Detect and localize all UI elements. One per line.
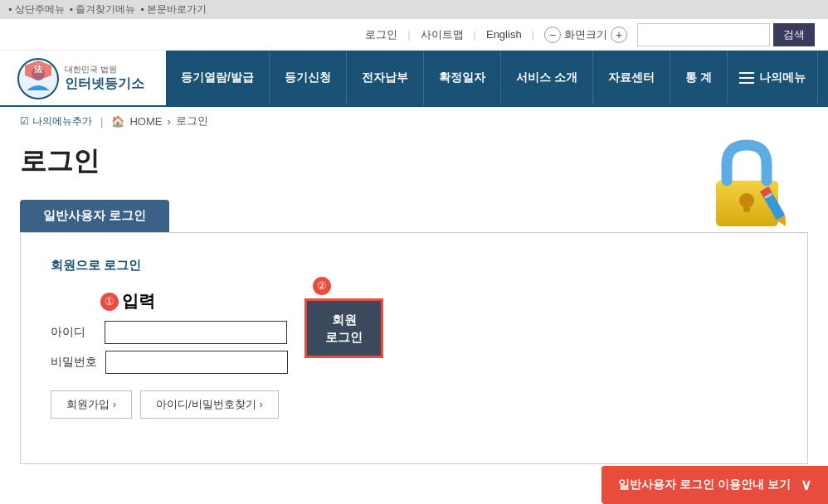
nav-item-registry-apply[interactable]: 등기신청	[270, 51, 347, 105]
form-area: 아이디 비밀번호	[51, 321, 288, 374]
skip-fav-menu[interactable]: 즐겨찾기메뉴	[70, 2, 136, 17]
nav-item-resources[interactable]: 자료센터	[593, 51, 670, 105]
logo-svg: 法	[17, 57, 60, 100]
skip-main-menu[interactable]: 상단주메뉴	[8, 2, 65, 17]
header: 法 대한민국 법원 인터넷등기소 등기열람/발급 등기신청 전자납부 확정일자 …	[0, 51, 828, 107]
find-label: 아이디/비밀번호찾기	[156, 397, 256, 412]
step1-annotation: ① 입력	[100, 290, 288, 313]
breadcrumb: ☑ 나의메뉴추가 | 🏠 HOME › 로그인	[0, 107, 828, 135]
my-menu-label: 나의메뉴	[759, 70, 806, 85]
main-nav: 등기열람/발급 등기신청 전자납부 확정일자 서비스 소개 자료센터 통 계 나…	[166, 51, 828, 105]
svg-rect-7	[743, 201, 750, 212]
login-card: 회원으로 로그인 ① 입력 아이디 비밀번호	[20, 232, 808, 464]
content-main: 로그인 일반사용자 로그인 회원으로 로그인 ① 입력 아이디	[20, 135, 808, 464]
add-menu-label: 나의메뉴추가	[32, 114, 92, 128]
signup-arrow-icon: ›	[113, 399, 116, 410]
chevron-down-icon: ∨	[801, 476, 811, 484]
nav-item-my-menu[interactable]: 나의메뉴	[728, 51, 818, 105]
step1-circle: ①	[100, 293, 119, 311]
zoom-minus-button[interactable]: −	[544, 27, 561, 43]
lock-icon-area	[704, 135, 803, 237]
lock-icon	[704, 135, 803, 235]
home-link[interactable]: HOME	[129, 115, 162, 128]
checkbox-icon: ☑	[20, 115, 29, 127]
add-my-menu[interactable]: ☑ 나의메뉴추가	[20, 114, 92, 128]
member-login-label: 회원으로 로그인	[51, 258, 777, 274]
zoom-controls: − 화면크기 +	[544, 27, 627, 43]
find-account-button[interactable]: 아이디/비밀번호찾기 ›	[140, 390, 279, 419]
svg-text:法: 法	[34, 65, 43, 74]
english-link[interactable]: English	[486, 28, 522, 41]
zoom-label: 화면크기	[564, 27, 607, 42]
nav-item-service[interactable]: 서비스 소개	[501, 51, 593, 105]
nav-item-date[interactable]: 확정일자	[424, 51, 501, 105]
search-button[interactable]: 검색	[773, 23, 815, 46]
sub-buttons: 회원가입 › 아이디/비밀번호찾기 ›	[51, 390, 777, 419]
current-page-breadcrumb: 로그인	[176, 114, 208, 128]
login-btn-line1: 회원	[332, 311, 357, 328]
nav-item-epayment[interactable]: 전자납부	[347, 51, 424, 105]
bottom-notice-label: 일반사용자 로그인 이용안내 보기	[618, 477, 791, 484]
page-title: 로그인	[20, 143, 808, 180]
find-arrow-icon: ›	[260, 399, 263, 410]
member-login-button[interactable]: 회원 로그인	[304, 298, 383, 358]
pw-input[interactable]	[105, 351, 288, 374]
zoom-plus-button[interactable]: +	[611, 27, 627, 43]
nav-item-registry-view[interactable]: 등기열람/발급	[166, 51, 270, 105]
id-field-row: 아이디	[51, 321, 288, 344]
skip-nav: 상단주메뉴 즐겨찾기메뉴 본문바로가기	[0, 0, 828, 19]
pw-field-row: 비밀번호	[51, 351, 288, 374]
id-label: 아이디	[51, 325, 96, 340]
nav-item-stats[interactable]: 통 계	[670, 51, 728, 105]
step1-section: ① 입력 아이디 비밀번호	[51, 290, 288, 374]
logo-text: 대한민국 법원 인터넷등기소	[65, 64, 144, 93]
logo-icon: 法	[17, 57, 58, 99]
skip-content[interactable]: 본문바로가기	[140, 2, 207, 17]
step1-text: 입력	[122, 290, 155, 313]
home-icon: 🏠	[111, 115, 124, 128]
search-area: 검색	[637, 23, 815, 46]
page-content: 로그인 일반사용자 로그인 회원으로 로그인 ① 입력 아이디	[0, 135, 828, 484]
logo-main: 인터넷등기소	[65, 75, 144, 93]
tab-general-user[interactable]: 일반사용자 로그인	[20, 200, 169, 232]
logo-area: 法 대한민국 법원 인터넷등기소	[0, 51, 166, 105]
step2-circle: ②	[313, 277, 331, 295]
hamburger-icon	[739, 72, 754, 84]
logo-sub: 대한민국 법원	[65, 64, 144, 75]
pw-label: 비밀번호	[51, 355, 97, 370]
login-btn-line2: 로그인	[325, 328, 363, 346]
id-input[interactable]	[105, 321, 287, 344]
step2-section: ② 회원 로그인	[304, 298, 383, 358]
signup-button[interactable]: 회원가입 ›	[51, 390, 132, 419]
bottom-notice-bar[interactable]: 일반사용자 로그인 이용안내 보기 ∨	[602, 466, 828, 484]
top-bar: 로그인 | 사이트맵 | English | − 화면크기 + 검색	[0, 19, 828, 51]
tab-area: 일반사용자 로그인	[20, 200, 808, 232]
search-input[interactable]	[637, 23, 770, 46]
login-link[interactable]: 로그인	[365, 27, 397, 42]
sitemap-link[interactable]: 사이트맵	[421, 27, 464, 42]
signup-label: 회원가입	[66, 397, 110, 412]
